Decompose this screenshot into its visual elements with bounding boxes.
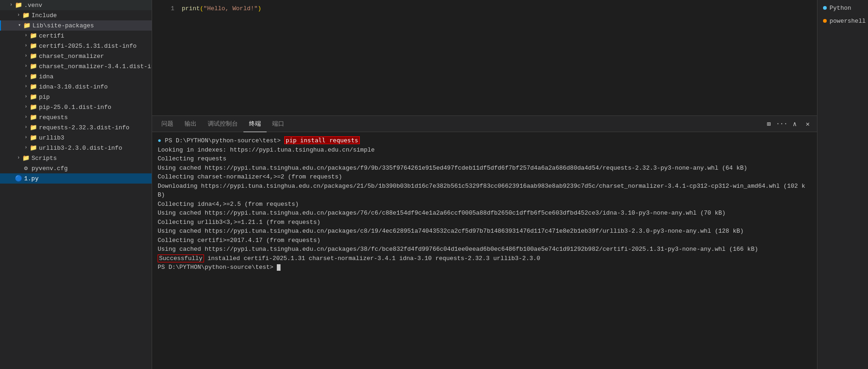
terminal-line-command: ● PS D:\PYTHON\python-source\test> pip i… xyxy=(158,136,811,146)
terminal-line-2: Using cached https://pypi.tuna.tsinghua.… xyxy=(158,164,811,173)
chevron-icon xyxy=(22,103,30,111)
sidebar-item-idna-dist[interactable]: 📁 idna-3.10.dist-info xyxy=(0,82,152,92)
sidebar-item-1py[interactable]: 🔵 1.py xyxy=(0,173,152,184)
line-number-1: 1 xyxy=(160,5,174,12)
folder-icon: 📁 xyxy=(30,42,37,50)
folder-icon: 📁 xyxy=(30,83,37,90)
folder-icon: 📁 xyxy=(23,22,31,29)
tab-debug-console[interactable]: 调试控制台 xyxy=(202,116,243,132)
tab-terminal-label: 终端 xyxy=(249,120,261,128)
tab-debug-console-label: 调试控制台 xyxy=(208,120,238,128)
folder-icon: 📁 xyxy=(30,52,37,60)
code-editor: 1 print("Hello, World!") xyxy=(152,0,817,116)
sidebar-item-urllib3[interactable]: 📁 urllib3 xyxy=(0,133,152,143)
right-panel-tab-powershell[interactable]: powershell xyxy=(819,15,866,27)
folder-icon: 📁 xyxy=(30,63,37,70)
terminal-line-1: Collecting requests xyxy=(158,154,811,164)
maximize-icon: ∧ xyxy=(793,120,797,128)
chevron-icon xyxy=(7,1,15,9)
sidebar-item-label: Include xyxy=(32,12,57,19)
sidebar-item-requests[interactable]: ➤ 📁 requests xyxy=(0,112,152,122)
terminal-prompt: PS D:\PYTHON\python-source\test> xyxy=(165,137,284,144)
success-rest: installed certifi-2025.1.31 charset-norm… xyxy=(204,255,541,262)
tab-output-label: 输出 xyxy=(185,120,197,128)
tab-terminal[interactable]: 终端 xyxy=(243,116,267,132)
prompt-circle: ● xyxy=(158,137,165,144)
chevron-icon xyxy=(22,93,30,101)
sidebar-item-certifi[interactable]: 📁 certifi xyxy=(0,31,152,41)
terminal-line-4: Downloading https://pypi.tuna.tsinghua.e… xyxy=(158,182,811,200)
sidebar-item-requests-dist[interactable]: 📁 requests-2.32.3.dist-info xyxy=(0,122,152,133)
more-icon: ··· xyxy=(776,120,787,127)
pip-command: pip install requests xyxy=(284,136,360,144)
code-content-1: print("Hello, World!") xyxy=(182,5,262,12)
sidebar-item-scripts[interactable]: 📁 Scripts xyxy=(0,153,152,163)
sidebar-item-include[interactable]: 📁 Include xyxy=(0,10,152,20)
sidebar-item-pip[interactable]: 📁 pip xyxy=(0,92,152,102)
folder-icon: 📁 xyxy=(30,124,37,131)
terminal-line-6: Using cached https://pypi.tuna.tsinghua.… xyxy=(158,209,811,218)
tab-problems-label: 问题 xyxy=(161,120,173,128)
split-terminal-btn[interactable]: ⊞ xyxy=(763,118,774,129)
settings-icon: ⚙ xyxy=(22,165,30,172)
py-builtin-print: print xyxy=(182,5,200,12)
python-file-icon: 🔵 xyxy=(15,175,22,182)
main-container: 📁 .venv 📁 Include 📁 Lib\site-packages 📁 … xyxy=(0,0,868,369)
chevron-icon xyxy=(22,73,30,80)
terminal-line-9: Collecting certifi>=2017.4.17 (from requ… xyxy=(158,236,811,245)
terminal-line-final-prompt: PS D:\PYTHON\python-source\test> xyxy=(158,263,811,272)
final-prompt: PS D:\PYTHON\python-source\test> xyxy=(158,264,277,271)
folder-icon: 📁 xyxy=(22,12,30,19)
close-icon: ✕ xyxy=(806,120,810,128)
python-dot-icon xyxy=(823,6,827,10)
more-actions-btn[interactable]: ··· xyxy=(776,118,787,129)
sidebar-item-venv[interactable]: 📁 .venv xyxy=(0,0,152,10)
code-line-1: 1 print("Hello, World!") xyxy=(152,4,817,13)
sidebar-item-label: idna xyxy=(39,73,53,80)
chevron-icon xyxy=(15,154,22,162)
sidebar-item-pyvenv[interactable]: ⚙ pyvenv.cfg xyxy=(0,163,152,173)
terminal-line-8: Using cached https://pypi.tuna.tsinghua.… xyxy=(158,227,811,236)
chevron-icon xyxy=(22,124,30,131)
powershell-tab-label: powershell xyxy=(830,18,866,25)
py-string: "Hello, World!" xyxy=(204,5,258,12)
sidebar-item-label: urllib3 xyxy=(39,134,64,141)
sidebar-item-lib-site-packages[interactable]: 📁 Lib\site-packages xyxy=(0,20,152,31)
folder-icon: 📁 xyxy=(30,73,37,80)
chevron-icon xyxy=(22,83,30,90)
terminal-panel: 问题 输出 调试控制台 终端 端口 ⊞ xyxy=(152,116,817,369)
folder-icon: 📁 xyxy=(30,103,37,111)
right-panel-tab-python[interactable]: Python xyxy=(819,2,866,14)
sidebar-item-label: requests xyxy=(39,114,68,121)
tab-output[interactable]: 输出 xyxy=(179,116,202,132)
tab-ports[interactable]: 端口 xyxy=(267,116,290,132)
sidebar-item-charset-normalizer[interactable]: 📁 charset_normalizer xyxy=(0,51,152,61)
terminal-line-0: Looking in indexes: https://pypi.tuna.ts… xyxy=(158,146,811,155)
tab-problems[interactable]: 问题 xyxy=(156,116,179,132)
sidebar-item-label: idna-3.10.dist-info xyxy=(39,83,108,90)
folder-icon: 📁 xyxy=(22,154,30,162)
folder-icon: 📁 xyxy=(30,134,37,141)
cursor-block xyxy=(277,264,281,271)
maximize-btn[interactable]: ∧ xyxy=(789,118,800,129)
chevron-icon xyxy=(22,32,30,39)
terminal-content[interactable]: ● PS D:\PYTHON\python-source\test> pip i… xyxy=(152,132,817,369)
success-word: Successfully xyxy=(158,254,204,262)
sidebar-item-charset-normalizer-dist[interactable]: 📁 charset_normalizer-3.4.1.dist-info xyxy=(0,61,152,71)
sidebar-item-urllib3-dist[interactable]: 📁 urllib3-2.3.0.dist-info xyxy=(0,143,152,153)
sidebar-item-label: .venv xyxy=(24,2,42,9)
close-btn[interactable]: ✕ xyxy=(802,118,813,129)
sidebar-item-label: charset_normalizer-3.4.1.dist-info xyxy=(39,63,152,70)
chevron-icon xyxy=(22,134,30,141)
folder-icon: 📁 xyxy=(30,144,37,152)
sidebar-item-label: pip xyxy=(39,94,50,101)
sidebar-item-certifi-dist[interactable]: 📁 certifi-2025.1.31.dist-info xyxy=(0,41,152,51)
chevron-icon xyxy=(22,114,30,121)
sidebar: 📁 .venv 📁 Include 📁 Lib\site-packages 📁 … xyxy=(0,0,152,369)
chevron-icon xyxy=(22,52,30,60)
terminal-tabs: 问题 输出 调试控制台 终端 端口 ⊞ xyxy=(152,116,817,132)
sidebar-item-idna[interactable]: 📁 idna xyxy=(0,71,152,82)
sidebar-item-pip-dist[interactable]: 📁 pip-25.0.1.dist-info xyxy=(0,102,152,112)
terminal-line-success: Successfully installed certifi-2025.1.31… xyxy=(158,254,811,263)
sidebar-item-label: certifi xyxy=(39,32,64,39)
